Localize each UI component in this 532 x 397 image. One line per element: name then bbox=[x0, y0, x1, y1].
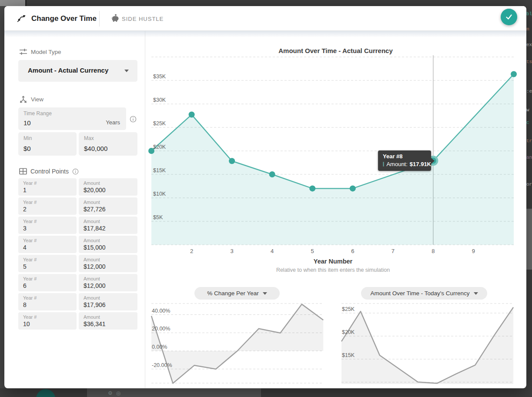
year-field[interactable]: Year #4 bbox=[18, 236, 77, 253]
amount-field[interactable]: Amount$12,000 bbox=[79, 274, 137, 291]
amount-label: Amount bbox=[84, 257, 100, 262]
backdrop-code-fragment: m bbox=[526, 27, 529, 32]
max-label: Max bbox=[84, 135, 94, 141]
entity-name: SIDE HUSTLE bbox=[122, 16, 164, 22]
control-point-row: Year #5Amount$12,000 bbox=[18, 255, 137, 272]
amount-value: $15,000 bbox=[84, 244, 106, 251]
backdrop-code-fragment: an bbox=[526, 155, 532, 160]
view-label: View bbox=[31, 96, 43, 103]
year-field[interactable]: Year #2 bbox=[18, 197, 77, 215]
model-type-label: Model Type bbox=[31, 49, 61, 55]
amount-value: $12,000 bbox=[84, 263, 106, 270]
svg-text:$30K: $30K bbox=[153, 97, 166, 103]
backdrop-code-fragment: ts bbox=[526, 59, 532, 64]
dialog-title: Change Over Time bbox=[31, 14, 97, 23]
panel-divider bbox=[145, 31, 145, 388]
change-over-time-icon bbox=[17, 14, 26, 25]
amount-value: $17,906 bbox=[84, 301, 106, 308]
year-label: Year # bbox=[23, 180, 37, 186]
control-point-row: Year #4Amount$15,000 bbox=[18, 236, 137, 253]
tooltip-value: $17.91K bbox=[410, 161, 431, 167]
year-label: Year # bbox=[23, 314, 37, 320]
year-value: 5 bbox=[23, 263, 27, 270]
svg-text:8: 8 bbox=[432, 248, 435, 254]
time-range-unit: Years bbox=[106, 119, 120, 126]
amount-field[interactable]: Amount$27,726 bbox=[79, 197, 137, 215]
year-value: 4 bbox=[23, 244, 27, 251]
year-value: 2 bbox=[23, 206, 27, 213]
amount-field[interactable]: Amount$12,000 bbox=[79, 255, 137, 272]
time-range-info-icon[interactable] bbox=[130, 116, 137, 123]
amount-field[interactable]: Amount$36,341 bbox=[79, 312, 137, 330]
svg-text:$5K: $5K bbox=[153, 214, 163, 220]
series-swatch bbox=[383, 162, 384, 167]
todays-currency-mini-chart[interactable]: $25K$20K$15K bbox=[336, 300, 519, 384]
backdrop-bottom-strip: ⚙◎ bbox=[0, 388, 532, 397]
min-field[interactable]: Min $0 bbox=[18, 132, 77, 156]
amount-label: Amount bbox=[84, 200, 100, 205]
time-range-field[interactable]: Time Range 10 Years bbox=[18, 107, 126, 130]
amount-field[interactable]: Amount$17,906 bbox=[79, 293, 137, 310]
backdrop-right-strip: blmexts:ewctrianor bbox=[526, 0, 532, 397]
backdrop-code-fragment: bl bbox=[526, 11, 532, 17]
amount-value: $20,000 bbox=[84, 187, 106, 193]
control-points-section-header: Control Points bbox=[19, 168, 79, 175]
year-field[interactable]: Year #8 bbox=[18, 293, 77, 310]
time-range-label: Time Range bbox=[23, 110, 52, 117]
year-label: Year # bbox=[23, 200, 37, 205]
backdrop-patch bbox=[0, 0, 25, 6]
year-value: 10 bbox=[23, 320, 30, 327]
chevron-down-icon bbox=[124, 70, 129, 72]
main-line-chart[interactable]: $5K$10K$15K$20K$25K$30K$35K23456789Year … bbox=[146, 50, 520, 280]
change-over-time-dialog: Change Over Time SIDE HUSTLE Model Type … bbox=[4, 6, 526, 388]
year-field[interactable]: Year #1 bbox=[18, 178, 77, 196]
year-field[interactable]: Year #5 bbox=[18, 255, 77, 272]
confirm-button[interactable] bbox=[501, 9, 517, 25]
pct-change-mini-chart[interactable]: 40.00%20.00%0.00%-20.00% bbox=[146, 300, 328, 384]
year-label: Year # bbox=[23, 219, 37, 224]
backdrop-dimmed-fab bbox=[36, 389, 55, 397]
svg-text:$10K: $10K bbox=[153, 191, 166, 197]
chevron-down-icon bbox=[474, 292, 478, 295]
backdrop-dimmed-icons: ⚙◎ bbox=[108, 390, 124, 396]
year-label: Year # bbox=[23, 295, 37, 300]
backdrop-code-fragment: tri bbox=[526, 138, 532, 143]
svg-text:9: 9 bbox=[472, 248, 475, 254]
mini-chart-2-selector[interactable]: Amount Over Time - Today's Currency bbox=[361, 287, 487, 300]
control-point-row: Year #6Amount$12,000 bbox=[18, 274, 137, 291]
amount-value: $27,726 bbox=[84, 206, 106, 213]
amount-field[interactable]: Amount$17,842 bbox=[79, 217, 137, 234]
year-value: 6 bbox=[23, 282, 27, 289]
svg-text:$15K: $15K bbox=[153, 167, 166, 173]
svg-text:Relative to when this item ent: Relative to when this item enters the si… bbox=[276, 267, 390, 273]
svg-text:0.00%: 0.00% bbox=[152, 344, 167, 350]
chart-tooltip: Year #8 Amount: $17.91K bbox=[378, 150, 431, 171]
mini-chart-2-selector-label: Amount Over Time - Today's Currency bbox=[370, 290, 469, 297]
chevron-down-icon bbox=[263, 292, 267, 295]
model-type-section-header: Model Type bbox=[19, 48, 61, 56]
max-value: $40,000 bbox=[84, 145, 107, 152]
amount-field[interactable]: Amount$20,000 bbox=[79, 178, 137, 196]
year-field[interactable]: Year #10 bbox=[18, 312, 77, 330]
amount-field[interactable]: Amount$15,000 bbox=[79, 236, 137, 253]
axes-icon bbox=[19, 95, 27, 103]
time-range-value: 10 bbox=[23, 119, 31, 127]
year-label: Year # bbox=[23, 276, 37, 281]
svg-text:$20K: $20K bbox=[153, 144, 166, 150]
check-icon bbox=[505, 13, 513, 21]
min-label: Min bbox=[23, 135, 32, 141]
model-type-select[interactable]: Amount - Actual Currency bbox=[18, 60, 137, 82]
amount-value: $12,000 bbox=[84, 282, 106, 289]
year-label: Year # bbox=[23, 257, 37, 262]
amount-label: Amount bbox=[84, 219, 100, 224]
dialog-header: Change Over Time SIDE HUSTLE bbox=[4, 6, 526, 31]
control-points-info-icon[interactable] bbox=[72, 168, 79, 175]
control-point-row: Year #2Amount$27,726 bbox=[18, 197, 137, 215]
year-field[interactable]: Year #3 bbox=[18, 217, 77, 234]
backdrop-top-strip bbox=[27, 0, 532, 6]
view-section-header: View bbox=[19, 95, 43, 103]
mini-chart-1-selector[interactable]: % Change Per Year bbox=[194, 287, 280, 300]
year-field[interactable]: Year #6 bbox=[18, 274, 77, 291]
max-field[interactable]: Max $40,000 bbox=[79, 132, 137, 156]
svg-text:4: 4 bbox=[271, 248, 274, 254]
